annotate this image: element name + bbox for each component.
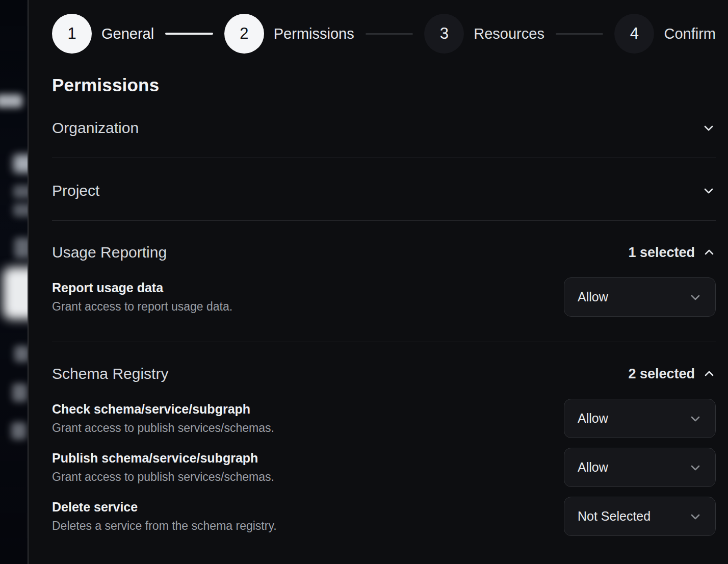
sidebar-blurred-nav-item: [12, 383, 28, 402]
permission-name: Publish schema/service/subgraph: [52, 450, 274, 466]
permission-name: Report usage data: [52, 280, 232, 295]
select-value: Allow: [578, 290, 608, 304]
step-1-number: 1: [67, 24, 76, 43]
step-2-label: Permissions: [274, 25, 354, 42]
section-project-header[interactable]: Project: [52, 158, 716, 221]
chevron-down-icon: [701, 184, 716, 198]
sidebar-blurred-heading: [13, 155, 28, 173]
step-2-number: 2: [240, 24, 248, 43]
permission-row-publish-schema: Publish schema/service/subgraph Grant ac…: [52, 448, 716, 487]
sidebar-blurred-nav-item: [11, 422, 27, 440]
section-schema-registry: Schema Registry 2 selected Check schema/…: [52, 342, 716, 536]
page-title: Permissions: [52, 75, 716, 95]
sidebar-blurred-active-item: [3, 267, 28, 319]
publish-schema-select[interactable]: Allow: [564, 448, 716, 487]
permission-row-report-usage-data: Report usage data Grant access to report…: [52, 277, 716, 317]
permission-description: Grant access to publish services/schemas…: [52, 469, 274, 484]
section-title: Schema Registry: [52, 365, 168, 382]
stepper-connector: [556, 33, 604, 35]
chevron-down-icon: [689, 291, 702, 304]
stepper-connector: [366, 33, 413, 35]
chevron-down-icon: [689, 412, 702, 425]
chevron-down-icon: [689, 510, 702, 523]
section-usage-reporting: Usage Reporting 1 selected Report usage …: [52, 221, 716, 342]
chevron-up-icon: [703, 367, 716, 380]
selected-count: 2 selected: [628, 366, 695, 382]
permission-text: Publish schema/service/subgraph Grant ac…: [52, 450, 274, 484]
step-permissions[interactable]: 2 Permissions: [224, 14, 354, 54]
select-value: Not Selected: [578, 509, 651, 524]
wizard-stepper: 1 General 2 Permissions 3 Resources: [52, 14, 716, 54]
delete-service-select[interactable]: Not Selected: [564, 497, 716, 536]
sidebar: [0, 0, 28, 564]
permission-description: Deletes a service from the schema regist…: [52, 518, 277, 533]
selected-count: 1 selected: [628, 245, 695, 261]
section-usage-reporting-header[interactable]: Usage Reporting 1 selected: [52, 221, 716, 261]
step-general[interactable]: 1 General: [52, 14, 154, 54]
permission-description: Grant access to publish services/schemas…: [52, 420, 274, 435]
sidebar-blurred-nav-item: [14, 346, 28, 362]
chevron-up-icon: [703, 246, 716, 259]
sidebar-blurred-text-line: [13, 185, 28, 198]
permission-text: Check schema/service/subgraph Grant acce…: [52, 401, 274, 435]
section-title: Organization: [52, 119, 139, 137]
step-4-number: 4: [630, 24, 639, 43]
report-usage-data-select[interactable]: Allow: [564, 277, 716, 317]
permission-name: Check schema/service/subgraph: [52, 401, 274, 417]
chevron-down-icon: [689, 461, 702, 474]
permission-row-check-schema: Check schema/service/subgraph Grant acce…: [52, 399, 716, 438]
step-3-number: 3: [440, 24, 449, 43]
permissions-step-panel: 1 General 2 Permissions 3 Resources: [29, 0, 728, 564]
permission-description: Grant access to report usage data.: [52, 299, 232, 314]
sidebar-blurred-badge: [0, 94, 22, 108]
permission-text: Report usage data Grant access to report…: [52, 280, 232, 314]
sidebar-blurred-icon: [14, 238, 28, 258]
permission-row-delete-service: Delete service Deletes a service from th…: [52, 497, 716, 536]
section-schema-registry-header[interactable]: Schema Registry 2 selected: [52, 342, 716, 382]
permission-text: Delete service Deletes a service from th…: [52, 499, 277, 533]
section-organization-header[interactable]: Organization: [52, 95, 716, 158]
sidebar-blurred-text-line: [13, 203, 28, 217]
step-confirm[interactable]: 4 Confirm: [614, 14, 716, 54]
step-1-circle: 1: [52, 14, 92, 54]
stepper-connector-active: [165, 33, 213, 35]
step-1-label: General: [101, 25, 154, 42]
selected-summary: 2 selected: [628, 366, 716, 382]
section-title: Project: [52, 182, 99, 199]
step-4-label: Confirm: [664, 25, 716, 42]
step-3-circle: 3: [424, 14, 464, 54]
chevron-down-icon: [701, 121, 716, 135]
step-3-label: Resources: [474, 25, 544, 42]
step-4-circle: 4: [614, 14, 654, 54]
selected-summary: 1 selected: [628, 245, 716, 261]
permission-name: Delete service: [52, 499, 277, 515]
check-schema-select[interactable]: Allow: [564, 399, 716, 438]
step-resources[interactable]: 3 Resources: [424, 14, 544, 54]
step-2-circle: 2: [224, 14, 264, 54]
select-value: Allow: [578, 460, 608, 475]
section-title: Usage Reporting: [52, 244, 167, 261]
select-value: Allow: [578, 411, 608, 426]
